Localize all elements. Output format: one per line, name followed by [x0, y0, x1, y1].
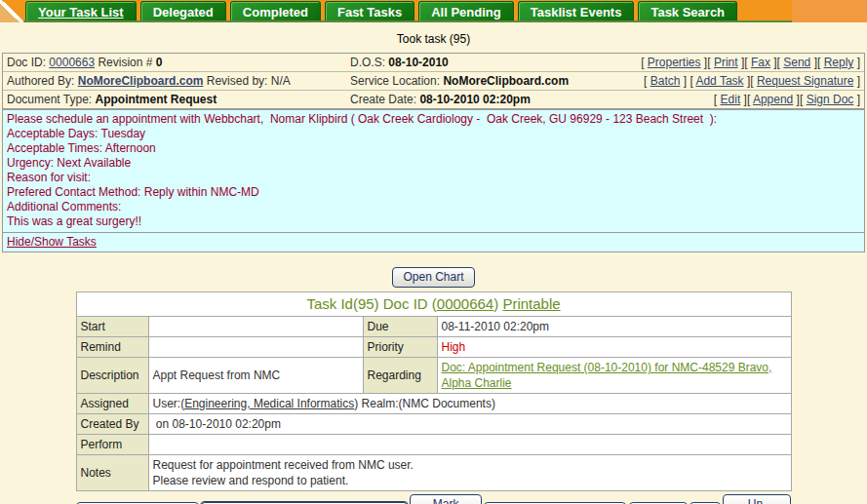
- start-label: Start: [76, 317, 148, 337]
- create-date-value: 08-10-2010 02:20pm: [419, 93, 530, 106]
- message-line: Prefered Contact Method: Reply within NM…: [7, 185, 860, 200]
- created-by-value: on 08-10-2010 02:20pm: [148, 414, 791, 435]
- perform-value: [148, 435, 791, 455]
- message-line: This was a great surgery!!: [7, 214, 860, 229]
- document-message-panel: Please schedule an appointment with Webb…: [2, 109, 865, 252]
- action-properties-link[interactable]: Properties: [648, 56, 701, 69]
- action-append-link[interactable]: Append: [753, 93, 793, 106]
- table-row-created-by: Created By on 08-10-2010 02:20pm: [76, 414, 791, 435]
- regarding-doc-link[interactable]: Doc: Appointment Request (08-10-2010) fo…: [442, 361, 772, 390]
- create-date-group: Create Date: 08-10-2010 02:20pm: [350, 92, 619, 107]
- mark-done-button[interactable]: Mark Done: [410, 494, 482, 504]
- doc-actions-row-2: Batch Add TaskRequest Signature: [619, 73, 860, 89]
- start-value: [148, 317, 363, 337]
- message-line: Please schedule an appointment with Webb…: [7, 112, 860, 127]
- un-assign-button[interactable]: Un-Assign: [723, 494, 791, 504]
- document-type-group: Document Type: Appointment Request: [7, 92, 350, 107]
- revision-value: 0: [156, 56, 163, 69]
- printable-link[interactable]: Printable: [502, 295, 560, 312]
- due-label: Due: [363, 317, 437, 337]
- revised-by-label: Revised by:: [207, 74, 268, 88]
- open-chart-button[interactable]: Open Chart: [392, 267, 474, 288]
- task-doc-id-link[interactable]: 0000664: [437, 295, 493, 312]
- service-location-label: Service Location:: [350, 74, 440, 88]
- table-row-perform: Perform: [76, 435, 791, 455]
- doc-id-label: Doc ID:: [7, 56, 46, 69]
- authored-by-link[interactable]: NoMoreClipboard.com: [78, 74, 204, 88]
- perform-label: Perform: [76, 435, 148, 455]
- doc-actions-row-3: EditAppendSign Doc: [619, 92, 860, 107]
- table-row-remind-priority: Remind Priority High: [76, 337, 791, 358]
- tab-bar-right-filler: [792, 0, 867, 22]
- document-type-value: Appointment Request: [96, 93, 217, 106]
- priority-value: High: [437, 337, 791, 358]
- task-detail-table: Task Id(95) Doc ID (0000664) Printable S…: [76, 291, 792, 491]
- tab-label: Your Task List: [38, 5, 124, 19]
- folder-corner-icon: [0, 0, 23, 22]
- description-value: Appt Request from NMC: [148, 358, 363, 394]
- revision-label: Revision #: [98, 56, 152, 69]
- due-value: 08-11-2010 02:20pm: [437, 317, 791, 337]
- tab-your-task-list[interactable]: Your Task List: [25, 1, 137, 20]
- tab-completed[interactable]: Completed: [230, 1, 321, 20]
- action-request-signature-link[interactable]: Request Signature: [757, 74, 853, 88]
- task-header: Task Id(95) Doc ID (0000664) Printable: [76, 292, 791, 317]
- tab-all-pending[interactable]: All Pending: [418, 1, 514, 20]
- document-message-body: Please schedule an appointment with Webb…: [3, 110, 864, 232]
- tab-tasklist-events[interactable]: Tasklist Events: [518, 1, 635, 20]
- tab-label: All Pending: [431, 5, 501, 19]
- tab-task-search[interactable]: Task Search: [638, 1, 737, 20]
- open-chart-row: Open Chart: [0, 267, 867, 288]
- document-type-label: Document Type:: [7, 93, 92, 106]
- tab-fast-tasks[interactable]: Fast Tasks: [325, 1, 414, 20]
- action-print-link[interactable]: Print: [714, 56, 738, 69]
- created-by-label: Created By: [76, 414, 148, 435]
- service-location-group: Service Location: NoMoreClipboard.com: [350, 73, 619, 89]
- description-label: Description: [76, 358, 148, 394]
- action-edit-link[interactable]: Edit: [721, 93, 741, 106]
- tab-label: Task Search: [650, 5, 725, 19]
- assigned-suffix: ) Realm:(NMC Documents): [354, 397, 495, 410]
- regarding-label: Regarding: [363, 358, 437, 394]
- action-fax-link[interactable]: Fax: [751, 56, 770, 69]
- task-tab-bar: Your Task List Delegated Completed Fast …: [0, 0, 867, 22]
- message-line: Acceptable Times: Afternoon: [7, 141, 860, 156]
- tab-label: Delegated: [153, 5, 214, 19]
- tab-label: Completed: [243, 5, 308, 19]
- action-add-task-link[interactable]: Add Task: [695, 74, 743, 88]
- hide-show-tasks-link[interactable]: Hide/Show Tasks: [7, 235, 97, 249]
- action-send-link[interactable]: Send: [783, 56, 810, 69]
- table-row-description-regarding: Description Appt Request from NMC Regard…: [76, 358, 791, 394]
- tab-label: Fast Tasks: [337, 5, 402, 19]
- message-line: Urgency: Next Available: [7, 156, 860, 171]
- assigned-label: Assigned: [76, 394, 148, 414]
- table-row-notes: Notes Request for appointment received f…: [76, 455, 791, 491]
- remind-label: Remind: [76, 337, 148, 358]
- tab-delegated[interactable]: Delegated: [140, 1, 226, 20]
- task-id-text: Task Id(95) Doc ID (: [306, 295, 436, 312]
- message-line: Reason for visit:: [7, 171, 860, 185]
- authored-by-label: Authored By:: [7, 74, 74, 88]
- tab-label: Tasklist Events: [531, 5, 622, 19]
- table-row-assigned: Assigned User:(Engineering, Medical Info…: [76, 394, 791, 414]
- doc-info-row-2: Authored By: NoMoreClipboard.com Revised…: [3, 72, 864, 91]
- priority-label: Priority: [363, 337, 437, 358]
- dos-group: D.O.S: 08-10-2010: [350, 55, 619, 70]
- remind-value: [148, 337, 363, 358]
- create-date-label: Create Date:: [350, 93, 416, 106]
- assigned-user-link[interactable]: Engineering, Medical Informatics: [184, 397, 354, 410]
- action-batch-link[interactable]: Batch: [650, 74, 681, 88]
- dos-value: 08-10-2010: [388, 56, 448, 69]
- doc-id-group: Doc ID: 0000663 Revision # 0: [7, 55, 350, 70]
- action-reply-link[interactable]: Reply: [824, 56, 854, 69]
- action-sign-doc-link[interactable]: Sign Doc: [807, 93, 854, 106]
- page-title: Took task (95): [0, 32, 867, 46]
- assigned-prefix: User:(: [153, 397, 185, 410]
- doc-id-link[interactable]: 0000663: [49, 56, 95, 69]
- notes-line-1: Request for appointment received from NM…: [153, 457, 787, 473]
- hide-show-tasks-row: Hide/Show Tasks: [3, 232, 864, 252]
- table-row-start-due: Start Due 08-11-2010 02:20pm: [76, 317, 791, 337]
- authored-by-group: Authored By: NoMoreClipboard.com Revised…: [7, 73, 350, 89]
- service-location-value: NoMoreClipboard.com: [443, 74, 569, 88]
- dos-label: D.O.S:: [350, 56, 385, 69]
